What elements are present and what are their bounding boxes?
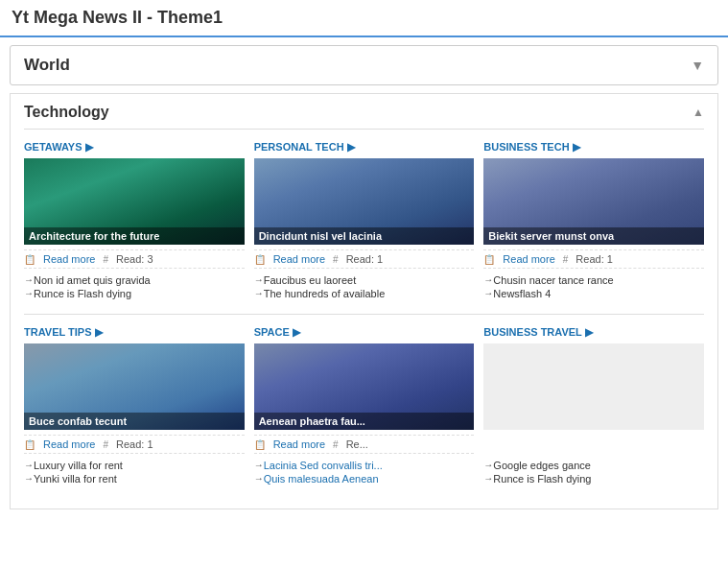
read-count-travel-tips: Read: 1 (116, 438, 153, 450)
list-item: Google edges gance (483, 459, 704, 472)
list-item: Quis malesuada Aenean (254, 472, 475, 485)
section-title: Technology (24, 104, 109, 121)
section-header: Technology ▲ (24, 104, 704, 130)
article-image-personal-tech: Dincidunt nisl vel lacinia (254, 158, 475, 245)
cat-label-space[interactable]: SPACE ▶ (254, 326, 475, 339)
category-business-tech: BUSINESS TECH ▶ Biekit server munst onva… (483, 141, 704, 300)
image-business-tech: Biekit server munst onva (483, 158, 704, 245)
chevron-down-icon: ▼ (691, 58, 704, 73)
image-travel-tips: Buce confab tecunt (24, 343, 245, 430)
image-overlay-personal-tech: Dincidunt nisl vel lacinia (254, 227, 475, 245)
book-icon: 📋 (483, 254, 495, 265)
image-overlay-getaways: Architecture for the future (24, 227, 245, 245)
list-item: Lacinia Sed convallis tri... (254, 459, 475, 472)
cat-label-personal-tech[interactable]: PERSONAL TECH ▶ (254, 141, 475, 154)
site-title: Yt Mega News II - Theme1 (12, 8, 223, 27)
article-list-business-tech: Chusin nacer tance rance Newsflash 4 (483, 273, 704, 300)
site-header: Yt Mega News II - Theme1 (0, 0, 728, 37)
article-image-business-travel (483, 343, 704, 430)
read-more-row-getaways: 📋 Read more # Read: 3 (24, 249, 245, 269)
hash-icon: # (333, 439, 339, 450)
grid-row-2: TRAVEL TIPS ▶ Buce confab tecunt 📋 Read … (24, 326, 704, 485)
list-item: Runce is Flash dying (24, 287, 245, 300)
world-dropdown[interactable]: World ▼ (10, 45, 718, 85)
hash-icon: # (103, 439, 108, 450)
image-space: Aenean phaetra fau... (254, 343, 475, 430)
list-item: Yunki villa for rent (24, 472, 245, 485)
article-list-getaways: Non id amet quis gravida Runce is Flash … (24, 273, 245, 300)
article-image-travel-tips: Buce confab tecunt (24, 343, 245, 430)
grid-row-1: GETAWAYS ▶ Architecture for the future 📋… (24, 141, 704, 300)
read-more-row-business-tech: 📋 Read more # Read: 1 (483, 249, 704, 269)
read-count-space: Re... (346, 438, 368, 450)
book-icon: 📋 (24, 439, 35, 450)
row-divider (24, 314, 704, 315)
image-getaways: Architecture for the future (24, 158, 245, 245)
technology-section: Technology ▲ GETAWAYS ▶ Architecture for… (10, 93, 718, 509)
article-list-space: Lacinia Sed convallis tri... Quis malesu… (254, 459, 475, 485)
read-more-link-getaways[interactable]: Read more (43, 253, 95, 265)
cat-label-travel-tips[interactable]: TRAVEL TIPS ▶ (24, 326, 245, 339)
book-icon: 📋 (24, 254, 35, 265)
article-list-personal-tech: Faucibus eu laoreet The hundreds of avai… (254, 273, 475, 300)
article-image-business-tech: Biekit server munst onva (483, 158, 704, 245)
article-image-getaways: Architecture for the future (24, 158, 245, 245)
cat-label-getaways[interactable]: GETAWAYS ▶ (24, 141, 245, 154)
read-more-link-business-tech[interactable]: Read more (503, 253, 554, 265)
list-item: Faucibus eu laoreet (254, 273, 475, 287)
hash-icon: # (563, 254, 569, 265)
category-travel-tips: TRAVEL TIPS ▶ Buce confab tecunt 📋 Read … (24, 326, 245, 485)
read-count-business-tech: Read: 1 (575, 253, 613, 265)
image-overlay-space: Aenean phaetra fau... (254, 413, 475, 430)
read-more-row-travel-tips: 📋 Read more # Read: 1 (24, 435, 245, 454)
list-item: Newsflash 4 (483, 287, 704, 300)
list-item: The hundreds of available (254, 287, 475, 300)
read-more-link-space[interactable]: Read more (273, 438, 325, 450)
book-icon: 📋 (254, 254, 266, 265)
read-count-getaways: Read: 3 (116, 253, 153, 265)
read-count-personal-tech: Read: 1 (346, 253, 384, 265)
read-more-row-personal-tech: 📋 Read more # Read: 1 (254, 249, 475, 269)
list-item: Chusin nacer tance rance (483, 273, 704, 287)
cat-label-business-travel[interactable]: BUSINESS TRAVEL ▶ (483, 326, 704, 339)
image-personal-tech: Dincidunt nisl vel lacinia (254, 158, 475, 245)
collapse-icon[interactable]: ▲ (693, 106, 704, 119)
read-more-row-space: 📋 Read more # Re... (254, 435, 475, 454)
list-item: Runce is Flash dying (483, 472, 704, 485)
hash-icon: # (103, 254, 108, 265)
book-icon: 📋 (254, 439, 266, 450)
list-item: Non id amet quis gravida (24, 273, 245, 287)
image-overlay-travel-tips: Buce confab tecunt (24, 413, 245, 430)
cat-label-business-tech[interactable]: BUSINESS TECH ▶ (483, 141, 704, 154)
category-space: SPACE ▶ Aenean phaetra fau... 📋 Read mor… (254, 326, 475, 485)
world-label: World (24, 56, 70, 75)
read-more-link-travel-tips[interactable]: Read more (43, 438, 95, 450)
hash-icon: # (333, 254, 339, 265)
article-image-space: Aenean phaetra fau... (254, 343, 475, 430)
article-list-business-travel: Google edges gance Runce is Flash dying (483, 459, 704, 485)
image-overlay-business-tech: Biekit server munst onva (483, 227, 704, 245)
read-more-link-personal-tech[interactable]: Read more (273, 253, 325, 265)
category-business-travel: BUSINESS TRAVEL ▶ Google edges gance Run… (483, 326, 704, 485)
list-item: Luxury villa for rent (24, 459, 245, 472)
category-getaways: GETAWAYS ▶ Architecture for the future 📋… (24, 141, 245, 300)
article-list-travel-tips: Luxury villa for rent Yunki villa for re… (24, 459, 245, 485)
category-personal-tech: PERSONAL TECH ▶ Dincidunt nisl vel lacin… (254, 141, 475, 300)
